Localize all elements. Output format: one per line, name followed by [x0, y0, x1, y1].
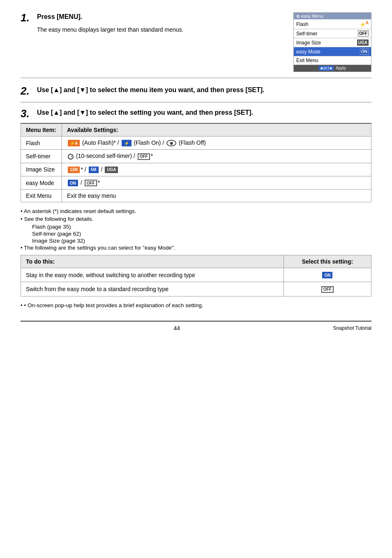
selftimer-label: Self-timer [296, 31, 317, 37]
vga-badge: UGA [105, 167, 118, 173]
select-setting-2: OFF [284, 282, 371, 296]
select-action-2: Switch from the easy mode to a standard … [21, 282, 284, 296]
camera-menu-title: easy Menu [294, 13, 371, 19]
on-badge: ON [68, 180, 78, 186]
menu-item-imagesize: Image Size [21, 163, 62, 176]
menu-item-exitmenu: Exit Menu [21, 190, 62, 202]
table-row: Exit Menu Exit the easy menu [21, 190, 371, 202]
imagesize-value: UGA [357, 39, 369, 46]
camera-menu-row-easymode: easy Mode ON [294, 47, 371, 56]
menu-item-selftimer: Self-timer [21, 150, 62, 163]
easymode-label: easy Mode [296, 49, 321, 55]
table-row: Self-timer (10-second self-timer) / OFF* [21, 150, 371, 163]
set-button: ■SET■ [319, 66, 334, 71]
note-asterisk: An asterisk (*) indicates reset default … [21, 208, 371, 214]
table-row: Image Size 12M* / 5M / UGA [21, 163, 371, 176]
5m-badge: 5M [89, 167, 99, 173]
footer-note-section: • On-screen pop-up help text provides a … [21, 302, 371, 308]
easymode-value: ON [360, 49, 369, 55]
menu-item-easymode: easy Mode [21, 176, 62, 189]
auto-flash-badge: ⚡A [68, 140, 80, 146]
select-off-badge: OFF [321, 286, 334, 293]
menu-table: Menu Item: Available Settings: Flash ⚡A … [21, 123, 371, 202]
step-1-number: 1. [21, 12, 33, 23]
timer-settings: (10-second self-timer) / OFF* [62, 150, 371, 163]
step-1: 1. Press [MENU]. The easy menu displays … [21, 12, 371, 78]
page-footer: 44 Snapshot Tutorial [21, 321, 371, 331]
select-setting-1: ON [284, 268, 371, 282]
camera-menu-row-flash: Flash ⚡A [294, 19, 371, 29]
exitmenu-settings: Exit the easy menu [62, 190, 371, 202]
flash-off-badge: ⊗ [166, 140, 176, 146]
select-table-header-action: To do this: [21, 255, 284, 268]
note-imagesize: Image Size (page 32) [21, 238, 371, 244]
select-action-1: Stay in the easy mode, without switching… [21, 268, 284, 282]
camera-menu-row-exitmenu: Exit Menu [294, 56, 371, 65]
camera-menu-screenshot: easy Menu Flash ⚡A Self-timer OFF Image … [293, 12, 371, 72]
table-row: Stay in the easy mode, without switching… [21, 268, 371, 282]
easymode-settings: ON / OFF* [62, 176, 371, 189]
footer-note: • On-screen pop-up help text provides a … [21, 302, 371, 308]
flash-settings: ⚡A (Auto Flash)* / ⚡ (Flash On) / ⊗ (Fla… [62, 137, 371, 150]
step-3-title: Use [▲] and [▼] to select the setting yo… [37, 108, 253, 117]
flash-on-badge: ⚡ [122, 140, 131, 146]
menu-table-header-settings: Available Settings: [62, 123, 371, 137]
flash-value: ⚡A [360, 21, 369, 28]
note-details: See the following for details. [21, 216, 371, 222]
notes-section: An asterisk (*) indicates reset default … [21, 208, 371, 251]
step-1-description: The easy menu displays larger text than … [37, 25, 285, 34]
flash-label: Flash [296, 21, 308, 27]
12m-badge: 12M [68, 167, 80, 173]
step-2-number: 2. [21, 86, 33, 96]
camera-menu-row-imagesize: Image Size UGA [294, 38, 371, 47]
step-3: 3. Use [▲] and [▼] to select the setting… [21, 108, 371, 308]
select-table-header-setting: Select this setting: [284, 255, 371, 268]
off-badge: OFF [85, 180, 97, 186]
timer-icon [68, 154, 74, 160]
note-timer: Self-timer (page 62) [21, 231, 371, 237]
camera-menu-row-selftimer: Self-timer OFF [294, 29, 371, 38]
table-row: easy Mode ON / OFF* [21, 176, 371, 189]
step-2-title: Use [▲] and [▼] to select the menu item … [37, 86, 265, 95]
exitmenu-label: Exit Menu [296, 58, 318, 63]
page-content: 1. Press [MENU]. The easy menu displays … [21, 12, 371, 331]
note-easymode: The following are the settings you can s… [21, 245, 371, 251]
table-row: Switch from the easy mode to a standard … [21, 282, 371, 296]
step-2: 2. Use [▲] and [▼] to select the menu it… [21, 86, 371, 102]
selftimer-value: OFF [358, 30, 369, 37]
imagesize-settings: 12M* / 5M / UGA [62, 163, 371, 176]
step-3-number: 3. [21, 108, 33, 119]
imagesize-label: Image Size [296, 40, 321, 46]
step-1-body: The easy menu displays larger text than … [37, 25, 285, 34]
timer-off-badge: OFF [138, 153, 150, 160]
select-on-badge: ON [322, 272, 332, 278]
step-1-header: 1. Press [MENU]. [21, 12, 285, 23]
page-number: 44 [21, 325, 333, 331]
menu-table-header-item: Menu Item: [21, 123, 62, 137]
apply-label: Apply [336, 66, 346, 70]
table-row: Flash ⚡A (Auto Flash)* / ⚡ (Flash On) / … [21, 137, 371, 150]
step-1-title: Press [MENU]. [37, 12, 82, 21]
note-flash: Flash (page 35) [21, 224, 371, 230]
menu-item-flash: Flash [21, 137, 62, 150]
page-section: Snapshot Tutorial [333, 325, 371, 331]
select-table: To do this: Select this setting: Stay in… [21, 255, 371, 296]
camera-menu-footer: ■SET■ Apply [294, 65, 371, 72]
